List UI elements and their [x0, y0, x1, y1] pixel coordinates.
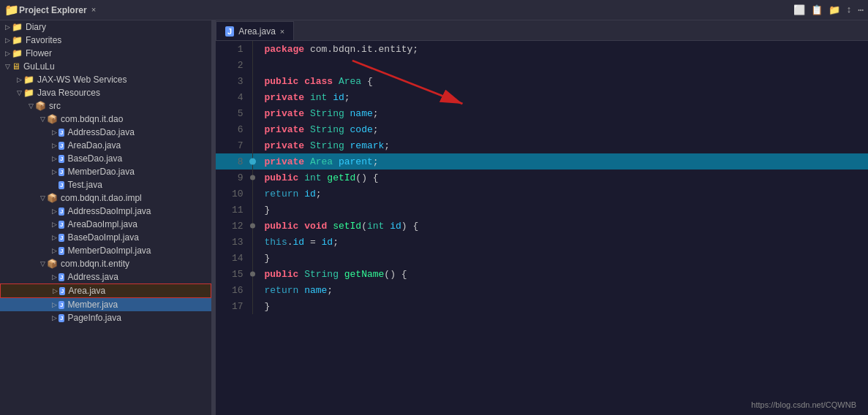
- code-content-8[interactable]: private Area parent;: [252, 153, 868, 170]
- code-content-1[interactable]: package com.bdqn.it.entity;: [252, 41, 868, 57]
- main-layout: ▷📁Diary▷📁Favorites▷📁Flower▽🖥GuLuLu▷📁JAX-…: [0, 20, 868, 415]
- sidebar-item-AreaDao.java[interactable]: ▷JAreaDao.java: [0, 139, 211, 152]
- tree-arrow-BaseDao.java[interactable]: ▷: [50, 155, 59, 162]
- sidebar-item-com.bdqn.it.entity[interactable]: ▽📦com.bdqn.it.entity: [0, 257, 211, 270]
- sidebar-item-src[interactable]: ▽📦src: [0, 99, 211, 113]
- sidebar-item-gululu[interactable]: ▽🖥GuLuLu: [0, 60, 211, 73]
- top-bar-actions: ⬜ 📋 📁 ↕ ⋯: [793, 4, 864, 16]
- sidebar-item-Member.java[interactable]: ▷JMember.java: [0, 298, 211, 311]
- tree-arrow-MemberDao.java[interactable]: ▷: [50, 168, 59, 175]
- tree-arrow-MemberDaoImpl.java[interactable]: ▷: [50, 247, 59, 254]
- action-icon-5[interactable]: ⋯: [858, 4, 864, 16]
- tree-arrow-PageInfo.java[interactable]: ▷: [50, 314, 59, 321]
- java-icon-PageInfo.java: J: [59, 314, 64, 322]
- tree-arrow-flower[interactable]: ▷: [3, 50, 12, 57]
- pkg-icon-src: 📦: [35, 101, 46, 111]
- sidebar-item-AddressDaoImpl.java[interactable]: ▷JAddressDaoImpl.java: [0, 205, 211, 218]
- code-content-7[interactable]: private String remark;: [252, 137, 868, 153]
- tree-arrow-com.bdqn.it.dao.impl[interactable]: ▽: [38, 194, 47, 202]
- sidebar-item-AddressDao.java[interactable]: ▷JAddressDao.java: [0, 126, 211, 139]
- code-content-15[interactable]: public String getName() {: [252, 266, 868, 282]
- java-icon-AreaDaoImpl.java: J: [59, 221, 64, 229]
- line-number-7: 7: [216, 137, 252, 153]
- tree-arrow-BaseDaoImpl.java[interactable]: ▷: [50, 234, 59, 241]
- sidebar-item-MemberDaoImpl.java[interactable]: ▷JMemberDaoImpl.java: [0, 244, 211, 257]
- code-content-17[interactable]: }: [252, 298, 868, 314]
- tree-arrow-src[interactable]: ▽: [26, 102, 35, 110]
- sidebar-item-Address.java[interactable]: ▷JAddress.java: [0, 270, 211, 283]
- sidebar-item-jax-ws[interactable]: ▷📁JAX-WS Web Services: [0, 73, 211, 86]
- folder-icon-diary: 📁: [12, 22, 23, 32]
- sidebar-item-Test.java[interactable]: JTest.java: [0, 178, 211, 191]
- tree-arrow-diary[interactable]: ▷: [3, 23, 12, 31]
- code-row-7: 7 private String remark;: [216, 137, 868, 153]
- tree-arrow-com.bdqn.it.dao[interactable]: ▽: [38, 115, 47, 123]
- pkg-icon-com.bdqn.it.dao: 📦: [47, 114, 58, 124]
- java-icon-Address.java: J: [59, 273, 64, 281]
- sidebar-item-BaseDaoImpl.java[interactable]: ▷JBaseDaoImpl.java: [0, 231, 211, 244]
- tree-arrow-com.bdqn.it.entity[interactable]: ▽: [38, 260, 47, 267]
- top-bar-close-btn[interactable]: ×: [91, 6, 97, 15]
- tree-arrow-AddressDaoImpl.java[interactable]: ▷: [50, 208, 59, 215]
- action-icon-1[interactable]: ⬜: [793, 4, 805, 16]
- code-content-5[interactable]: private String name;: [252, 105, 868, 121]
- tree-arrow-AreaDao.java[interactable]: ▷: [50, 142, 59, 149]
- code-content-3[interactable]: public class Area {: [252, 73, 868, 89]
- code-content-4[interactable]: private int id;: [252, 89, 868, 105]
- code-content-2[interactable]: [252, 57, 868, 73]
- breakpoint-8: [249, 159, 256, 165]
- sidebar-label-diary: Diary: [26, 22, 46, 32]
- line-number-11: 11: [216, 202, 252, 218]
- java-icon-MemberDao.java: J: [59, 168, 64, 176]
- line-number-16: 16: [216, 282, 252, 298]
- code-area[interactable]: 1package com.bdqn.it.entity;2 3public cl…: [216, 41, 868, 415]
- code-content-14[interactable]: }: [252, 250, 868, 266]
- tab-area-java[interactable]: J Area.java ×: [216, 21, 294, 40]
- action-icon-4[interactable]: ↕: [846, 4, 852, 16]
- sidebar-item-Area.java[interactable]: ▷JArea.java: [0, 283, 211, 298]
- tab-close-btn[interactable]: ×: [280, 27, 284, 36]
- sidebar-label-PageInfo.java: PageInfo.java: [67, 313, 121, 323]
- code-content-12[interactable]: public void setId(int id) {: [252, 218, 868, 234]
- code-content-16[interactable]: return name;: [252, 282, 868, 298]
- code-content-9[interactable]: public int getId() {: [252, 170, 868, 186]
- tree-arrow-Member.java[interactable]: ▷: [50, 301, 59, 308]
- editor: J Area.java × 1package com.bdqn.it.entit…: [216, 20, 868, 415]
- code-content-11[interactable]: }: [252, 202, 868, 218]
- tree-arrow-Address.java[interactable]: ▷: [50, 273, 59, 281]
- sidebar-item-diary[interactable]: ▷📁Diary: [0, 20, 211, 34]
- code-row-10: 10 return id;: [216, 186, 868, 202]
- tree-arrow-jax-ws[interactable]: ▷: [15, 76, 23, 83]
- tree-arrow-favorites[interactable]: ▷: [3, 37, 12, 44]
- sidebar-item-PageInfo.java[interactable]: ▷JPageInfo.java: [0, 311, 211, 324]
- sidebar-item-AreaDaoImpl.java[interactable]: ▷JAreaDaoImpl.java: [0, 218, 211, 231]
- sidebar-item-favorites[interactable]: ▷📁Favorites: [0, 34, 211, 47]
- project-icon-gululu: 🖥: [12, 61, 20, 72]
- dot-15: [250, 272, 255, 277]
- sidebar-item-java-resources[interactable]: ▽📁Java Resources: [0, 86, 211, 99]
- tree-arrow-AreaDaoImpl.java[interactable]: ▷: [50, 221, 59, 228]
- code-content-10[interactable]: return id;: [252, 186, 868, 202]
- sidebar-item-com.bdqn.it.dao.impl[interactable]: ▽📦com.bdqn.it.dao.impl: [0, 191, 211, 205]
- sidebar-item-BaseDao.java[interactable]: ▷JBaseDao.java: [0, 152, 211, 165]
- dot-9: [250, 175, 255, 180]
- tree-arrow-java-resources[interactable]: ▽: [15, 89, 23, 96]
- code-row-2: 2: [216, 57, 868, 73]
- sidebar-item-com.bdqn.it.dao[interactable]: ▽📦com.bdqn.it.dao: [0, 113, 211, 126]
- sidebar-label-jax-ws: JAX-WS Web Services: [37, 75, 127, 85]
- sidebar-item-flower[interactable]: ▷📁Flower: [0, 47, 211, 60]
- tree-arrow-Area.java[interactable]: ▷: [50, 287, 59, 294]
- code-row-3: 3public class Area {: [216, 73, 868, 89]
- sidebar-item-MemberDao.java[interactable]: ▷JMemberDao.java: [0, 165, 211, 178]
- sidebar-label-Test.java: Test.java: [67, 180, 102, 190]
- code-content-13[interactable]: this.id = id;: [252, 234, 868, 250]
- top-bar: 📁 Project Explorer × ⬜ 📋 📁 ↕ ⋯: [0, 0, 868, 20]
- action-icon-3[interactable]: 📁: [829, 4, 840, 16]
- sidebar-label-src: src: [49, 101, 61, 111]
- tree-arrow-gululu[interactable]: ▽: [3, 63, 12, 70]
- action-icon-2[interactable]: 📋: [811, 4, 823, 16]
- dot-12: [250, 224, 255, 229]
- tree-arrow-AddressDao.java[interactable]: ▷: [50, 129, 59, 136]
- code-content-6[interactable]: private String code;: [252, 121, 868, 137]
- code-row-4: 4 private int id;: [216, 89, 868, 105]
